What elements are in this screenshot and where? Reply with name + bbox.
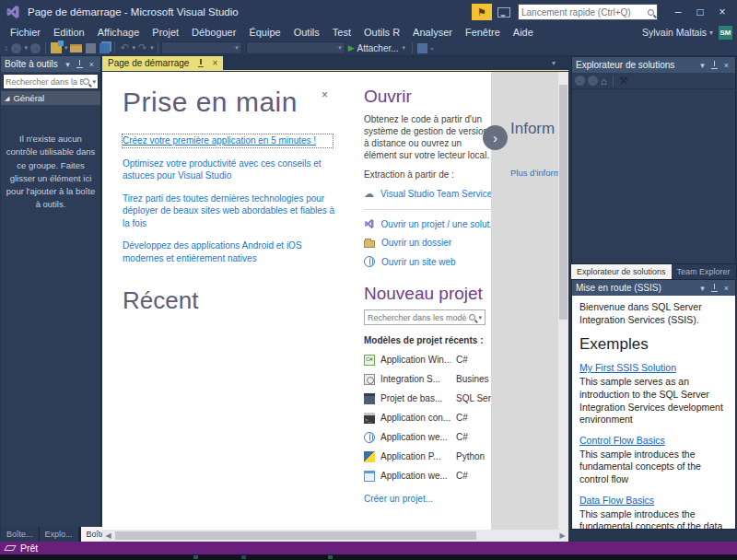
template-row[interactable]: Projet de bas... SQL Ser bbox=[364, 389, 493, 408]
configuration-combobox[interactable]: ▾ bbox=[161, 41, 242, 54]
carousel-next-button[interactable]: › bbox=[483, 125, 508, 150]
ssis-header[interactable]: Mise en route (SSIS) ▾ × bbox=[572, 280, 735, 296]
template-row[interactable]: Integration S... Busines bbox=[364, 369, 493, 389]
ssis-sample-link[interactable]: Data Flow Basics bbox=[579, 495, 654, 506]
vertical-scrollbar-thumb[interactable] bbox=[559, 85, 567, 320]
quick-launch-input[interactable] bbox=[521, 7, 648, 18]
solution-explorer-header[interactable]: Explorateur de solutions ▾ × bbox=[572, 57, 735, 73]
vsts-link[interactable]: ☁ Visual Studio Team Services bbox=[364, 188, 493, 200]
taskbar-icon bbox=[328, 555, 333, 559]
home-icon[interactable]: ⌂ bbox=[601, 76, 607, 87]
attach-button[interactable]: ▶ Attacher... ▾ bbox=[345, 43, 409, 53]
template-language: Python bbox=[456, 451, 493, 461]
menu-aide[interactable]: Aide bbox=[507, 24, 540, 41]
platform-combobox[interactable]: ▾ bbox=[246, 41, 345, 54]
ssis-sample-description: This sample introduces the fundamental c… bbox=[579, 508, 728, 529]
template-row[interactable]: Application we... C# bbox=[364, 427, 493, 447]
redo-button[interactable]: ↷ bbox=[136, 41, 149, 54]
redo-dropdown-icon[interactable]: ▾ bbox=[149, 44, 155, 52]
window-position-icon[interactable]: ▾ bbox=[697, 61, 708, 70]
close-icon[interactable]: × bbox=[212, 58, 217, 68]
close-icon[interactable]: × bbox=[721, 61, 731, 70]
vertical-scrollbar[interactable] bbox=[558, 72, 568, 530]
template-search-input[interactable] bbox=[368, 313, 469, 322]
menu-edition[interactable]: Edition bbox=[47, 24, 91, 41]
menu-fichier[interactable]: Fichier bbox=[4, 24, 47, 41]
scroll-left-icon[interactable]: ◀ bbox=[102, 531, 114, 540]
new-project-button[interactable] bbox=[49, 41, 64, 54]
template-row[interactable]: Application we... C# bbox=[364, 466, 493, 485]
save-button[interactable] bbox=[84, 41, 98, 54]
undo-button[interactable]: ↶ bbox=[118, 41, 131, 54]
feedback-icon[interactable] bbox=[497, 7, 510, 18]
start-page-tab[interactable]: Page de démarrage × bbox=[102, 56, 223, 70]
notifications-flag-button[interactable]: ⚑ bbox=[472, 4, 492, 20]
toolbox-search-input[interactable] bbox=[6, 77, 83, 87]
close-icon[interactable]: × bbox=[721, 284, 731, 293]
tab-team-explorer[interactable]: Team Explorer bbox=[672, 264, 737, 279]
menu-outils[interactable]: Outils bbox=[287, 24, 326, 41]
open-website-link[interactable]: Ouvrir un site web bbox=[364, 256, 493, 267]
pin-icon[interactable] bbox=[711, 61, 718, 69]
template-row[interactable]: Application Win... C# bbox=[364, 350, 493, 369]
pin-icon[interactable] bbox=[76, 60, 83, 68]
navigate-forward-button[interactable]: → bbox=[29, 41, 42, 54]
forward-icon[interactable]: → bbox=[588, 76, 598, 86]
link-web-tech[interactable]: Tirez parti des toutes dernières technol… bbox=[123, 192, 342, 230]
menu-test[interactable]: Test bbox=[326, 24, 357, 41]
open-file-button[interactable] bbox=[68, 41, 84, 54]
open-folder-link[interactable]: Ouvrir un dossier bbox=[364, 238, 493, 248]
window-position-icon[interactable]: ▾ bbox=[63, 60, 73, 69]
close-button[interactable]: × bbox=[711, 3, 733, 21]
back-icon[interactable]: ← bbox=[575, 76, 585, 86]
avatar[interactable]: SM bbox=[719, 26, 732, 40]
horizontal-scrollbar[interactable]: ◀ ▶ bbox=[102, 530, 568, 542]
scroll-right-icon[interactable]: ▶ bbox=[556, 531, 568, 540]
menu-equipe[interactable]: Équipe bbox=[242, 24, 287, 41]
toolbox-group-general[interactable]: ◢ Général bbox=[1, 91, 100, 105]
template-row[interactable]: Application P... Python bbox=[364, 447, 493, 466]
quick-launch-box[interactable] bbox=[518, 4, 658, 20]
open-project-link[interactable]: Ouvrir un projet / une solut... bbox=[364, 218, 493, 229]
tab-solution-explorer[interactable]: Explorateur de solutions bbox=[571, 264, 672, 279]
document-list-dropdown-icon[interactable]: ▾ bbox=[552, 59, 556, 67]
window-position-icon[interactable]: ▾ bbox=[697, 284, 708, 293]
link-mobile-apps[interactable]: Développez des applications Android et i… bbox=[123, 239, 342, 264]
toolbar-overflow-icon[interactable]: ₌ bbox=[429, 44, 435, 52]
menu-analyser[interactable]: Analyser bbox=[406, 24, 459, 41]
menu-deboguer[interactable]: Déboguer bbox=[185, 24, 242, 41]
template-row[interactable]: Application con... C# bbox=[364, 408, 493, 427]
chevron-down-icon[interactable]: ▾ bbox=[92, 78, 96, 86]
ssis-sample-link[interactable]: Control Flow Basics bbox=[579, 435, 665, 446]
carousel-more-link[interactable]: Plus d'inform bbox=[510, 168, 558, 178]
toolbox-header[interactable]: Boîte à outils ▾ × bbox=[1, 56, 100, 72]
link-first-app[interactable]: Créez votre première application en 5 mi… bbox=[123, 134, 333, 147]
pin-icon[interactable] bbox=[711, 284, 718, 292]
horizontal-scrollbar-thumb[interactable] bbox=[115, 531, 476, 540]
close-icon[interactable]: × bbox=[87, 60, 97, 69]
menu-fenetre[interactable]: Fenêtre bbox=[459, 24, 507, 41]
save-all-button[interactable] bbox=[98, 41, 111, 54]
signed-in-user[interactable]: Sylvain Maltais bbox=[642, 27, 707, 38]
minimize-button[interactable]: – bbox=[667, 3, 689, 21]
pin-icon[interactable] bbox=[197, 59, 204, 67]
get-started-heading: Prise en main bbox=[123, 87, 349, 118]
ssis-welcome-text: Bienvenue dans SQL Server Integration Se… bbox=[579, 301, 728, 326]
toolbar-grip[interactable]: ⁞⁞ bbox=[5, 44, 6, 52]
tab-boite-1[interactable]: Boîte... bbox=[1, 527, 40, 542]
create-project-link[interactable]: Créer un projet... bbox=[364, 494, 433, 504]
ssis-sample-link[interactable]: My First SSIS Solution bbox=[579, 362, 676, 373]
chevron-down-icon[interactable]: ▾ bbox=[478, 314, 482, 321]
find-in-files-button[interactable] bbox=[415, 41, 429, 54]
tab-explorateur[interactable]: Explo... bbox=[40, 527, 79, 542]
menu-projet[interactable]: Projet bbox=[146, 24, 185, 41]
navigate-back-button[interactable]: ← bbox=[9, 41, 23, 54]
menu-affichage[interactable]: Affichage bbox=[91, 24, 146, 41]
maximize-button[interactable]: □ bbox=[689, 3, 711, 21]
toolbox-search-box[interactable]: ▾ bbox=[3, 74, 99, 89]
menu-outils-r[interactable]: Outils R bbox=[357, 24, 406, 41]
wrench-icon[interactable]: ⚒ bbox=[619, 75, 628, 87]
user-dropdown-icon[interactable]: ▾ bbox=[709, 29, 713, 37]
link-productivity[interactable]: Optimisez votre productivité avec ces co… bbox=[123, 158, 342, 182]
template-search-box[interactable]: ▾ bbox=[364, 309, 485, 325]
